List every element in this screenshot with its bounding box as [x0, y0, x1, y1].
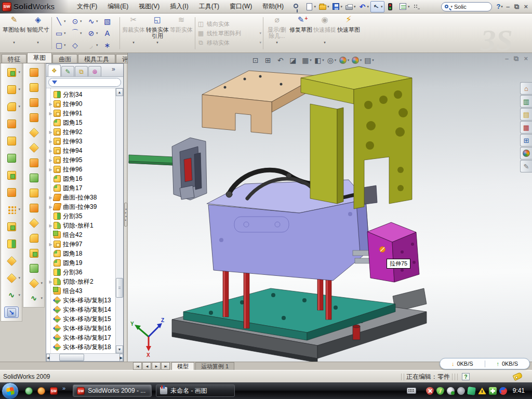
quicklaunch-expand-icon[interactable]: » [62, 385, 65, 391]
sketch-text-icon[interactable]: A ▾ [102, 28, 118, 39]
tree-item[interactable]: ▶ 组合42 [48, 230, 123, 240]
messenger-icon[interactable] [25, 387, 33, 395]
tooling-split-icon[interactable]: ▾ [26, 277, 41, 289]
tab-mold-tools[interactable]: 模具工具 [78, 54, 115, 63]
tree-item[interactable]: ▶ 分割34 [48, 90, 123, 99]
tree-item[interactable]: ▶ 实体-移动/复制16 [48, 324, 123, 333]
swept-boss-icon[interactable]: ▾ [4, 118, 19, 129]
minimize-button[interactable]: – [506, 2, 510, 11]
vpn-icon[interactable] [467, 387, 476, 395]
doc-minimize-button[interactable]: – [505, 55, 509, 63]
scroll-up-button[interactable]: ▲ [116, 88, 123, 96]
trim-entities-button[interactable]: ✂ 剪裁实体 ▾ [122, 15, 145, 51]
solidworks-quicklaunch-icon[interactable]: SW [50, 387, 58, 395]
previous-view-icon[interactable]: ↶ ▾ [276, 55, 287, 65]
menu-item[interactable]: 视图(V) [134, 0, 165, 14]
tree-item[interactable]: ▶ 分割35 [48, 211, 123, 221]
sync-icon[interactable] [499, 387, 507, 395]
zoom-area-icon[interactable]: ⊞ ▾ [264, 55, 275, 65]
doc-restore-button[interactable]: ⧉ [514, 55, 518, 63]
appearances-scenes-icon[interactable] [520, 147, 532, 159]
alert-icon[interactable] [478, 388, 486, 394]
panel-overflow-chevron[interactable]: » [110, 65, 117, 74]
tree-item[interactable]: ▶ 拉伸95 [48, 155, 123, 165]
tab-nav-button[interactable]: ▶ [152, 362, 161, 370]
view-orientation-icon[interactable]: ▦ ▾ [301, 55, 312, 65]
sketch-fillet-icon[interactable]: ◞ ▾ [86, 39, 102, 51]
custom-properties-icon[interactable]: ✎ [520, 160, 532, 172]
solidworks-resources-icon[interactable]: ▥ [520, 95, 532, 108]
offset-entities-button[interactable]: ≋ 等距实体 ▾ [169, 15, 193, 51]
tree-item[interactable]: ▶ 实体-移动/复制17 [48, 333, 123, 342]
model-clamp-plate[interactable] [301, 66, 412, 209]
appearances-icon[interactable]: ▾ [339, 55, 350, 65]
undo-icon[interactable]: ↶ ▾ [357, 1, 370, 12]
model-robot-arm[interactable] [129, 138, 207, 200]
parting-surface-icon[interactable]: ▾ [26, 112, 41, 123]
toolbox-icon[interactable]: ▦ [520, 121, 532, 134]
tab-surfaces[interactable]: 曲面 [52, 54, 77, 63]
menu-item[interactable]: 文件(F) [72, 0, 102, 14]
tree-horizontal-scrollbar[interactable]: ◀ ▶ [46, 353, 123, 361]
close-button[interactable]: × [524, 2, 528, 11]
tab-model[interactable]: 模型 [171, 362, 194, 370]
tree-filter-input[interactable] [48, 78, 121, 87]
tag-icon[interactable] [512, 372, 523, 381]
wrap-icon[interactable]: ▾ [4, 187, 19, 198]
open-icon[interactable]: ▾ [317, 1, 330, 12]
health-icon[interactable] [489, 387, 497, 395]
vscroll-thumb[interactable] [116, 278, 123, 298]
options-icon[interactable]: ▾ [398, 1, 411, 12]
extruded-cut-icon[interactable]: ▾ [4, 84, 19, 95]
scroll-down-button[interactable]: ▼ [116, 345, 123, 353]
taskbar-clock[interactable]: 9:41 [513, 387, 525, 394]
tab-features[interactable]: 特征 [2, 54, 26, 63]
rebuild-icon[interactable]: ▾ [385, 1, 398, 12]
help-button[interactable]: ?▾ [496, 3, 502, 10]
tree-item[interactable]: ▶ 实体-移动/复制18 [48, 342, 123, 352]
select-icon[interactable]: ↖ ▾ [370, 1, 384, 12]
measure-icon[interactable]: ↘ ▾ [4, 307, 19, 318]
linear-pattern-icon[interactable]: ▾ [4, 204, 19, 215]
taskbar-task-paint[interactable]: 未命名 - 画图 [156, 384, 235, 397]
cavity-icon[interactable]: ▾ [26, 262, 41, 274]
move-copy-body-icon[interactable]: ▾ [4, 255, 19, 267]
annotation-view-icon[interactable]: ▤ ▾ [364, 55, 375, 65]
tree-item[interactable]: ▶ 拉伸91 [48, 109, 123, 118]
linear-sketch-pattern-item[interactable]: ▦ 线性草图阵列 ▾ [197, 30, 261, 37]
boundary-surface-icon[interactable]: ▾ [26, 172, 41, 183]
spline-icon[interactable]: ∿ ▾ [86, 16, 102, 28]
new-document-icon[interactable]: ▾ [304, 1, 317, 12]
tab-sketch[interactable]: 草图 [27, 52, 52, 63]
tree-item[interactable]: ▶ 切除-放样2 [48, 277, 123, 286]
restore-button[interactable]: ⧉ [514, 2, 519, 11]
revolved-boss-icon[interactable]: ▾ [4, 135, 19, 147]
extend-surface-icon[interactable]: ▾ [26, 202, 41, 214]
combine-icon[interactable]: ▾ [4, 221, 19, 232]
ellipse-icon[interactable]: ⊘ ▾ [86, 28, 102, 39]
smart-dimension-button[interactable]: ◈ 智能尺寸 ▾ [26, 15, 50, 51]
undercut-analysis-icon[interactable]: ▾ [26, 97, 41, 108]
tab-nav-button[interactable]: |◀ [133, 362, 142, 370]
search-box[interactable]: ▾ [441, 2, 492, 11]
search-dropdown-icon[interactable]: ▾ [450, 5, 453, 9]
tree-item[interactable]: ▶ 曲面-拉伸39 [48, 202, 123, 211]
antivirus-icon[interactable] [426, 387, 434, 395]
tab-nav-button[interactable]: ▶| [161, 362, 170, 370]
tab-nav-button[interactable]: ◀ [142, 362, 151, 370]
display-delete-relations-button[interactable]: ⌀ 显示/删除几... ▾ [265, 15, 289, 51]
circle-icon[interactable]: ⊙ ▾ [70, 16, 86, 28]
tree-item[interactable]: ▶ 分割36 [48, 268, 123, 277]
file-explorer-icon[interactable]: ⊞ [520, 134, 532, 147]
display-style-icon[interactable]: ◧ ▾ [314, 55, 325, 65]
tree-item[interactable]: ▶ 组合43 [48, 286, 123, 296]
shut-off-surface-icon[interactable]: ▾ [26, 127, 41, 138]
curve-icon[interactable]: ∿ ▾ [4, 289, 19, 301]
reference-geometry-icon[interactable]: ▾ [4, 272, 19, 284]
tree-item[interactable]: ▶ 实体-移动/复制14 [48, 305, 123, 314]
section-view-icon[interactable]: ◪ ▾ [289, 55, 300, 65]
save-icon[interactable]: ▾ [331, 1, 344, 12]
tree-item[interactable]: ▶ 圆角17 [48, 183, 123, 193]
sketch-button[interactable]: ✎ 草图绘制 ▾ [2, 15, 26, 51]
model-assembly[interactable]: Y Z X [128, 53, 532, 362]
